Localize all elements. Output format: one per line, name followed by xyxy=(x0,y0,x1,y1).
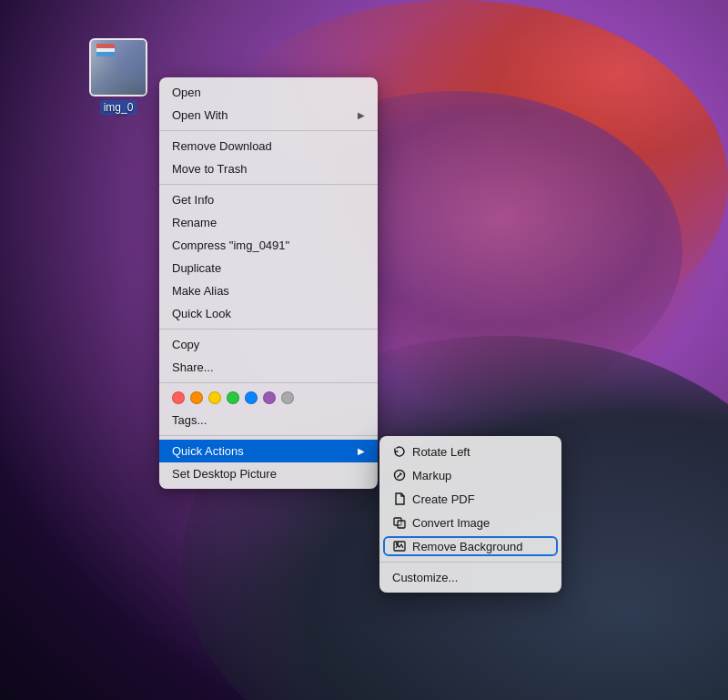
svg-rect-2 xyxy=(398,521,405,528)
menu-item-duplicate[interactable]: Duplicate xyxy=(159,257,378,279)
menu-item-open[interactable]: Open xyxy=(159,81,378,104)
tag-dot-green[interactable] xyxy=(227,391,239,404)
tag-dot-yellow[interactable] xyxy=(208,391,221,404)
menu-divider-4 xyxy=(159,382,378,383)
menu-item-remove-download[interactable]: Remove Download xyxy=(159,135,378,157)
svg-point-4 xyxy=(397,543,399,544)
convert-image-icon xyxy=(392,515,407,530)
menu-item-move-to-trash[interactable]: Move to Trash xyxy=(159,157,378,180)
tag-dot-blue[interactable] xyxy=(245,391,258,404)
menu-item-quick-look[interactable]: Quick Look xyxy=(159,302,378,325)
submenu-item-markup-content: Markup xyxy=(392,468,451,482)
submenu-arrow-icon: ▶ xyxy=(358,446,365,456)
submenu-divider xyxy=(379,562,561,563)
menu-item-tags[interactable]: Tags... xyxy=(159,409,378,431)
menu-divider-5 xyxy=(159,435,378,436)
markup-icon xyxy=(392,468,407,482)
submenu-item-convert-image[interactable]: Convert Image xyxy=(379,511,561,534)
tag-dot-gray[interactable] xyxy=(281,391,294,404)
submenu-item-create-pdf[interactable]: Create PDF xyxy=(379,487,561,511)
submenu-item-remove-background-content: Remove Background xyxy=(392,539,522,553)
submenu-item-rotate-left[interactable]: Rotate Left xyxy=(379,440,561,463)
create-pdf-icon xyxy=(392,492,407,506)
menu-item-share[interactable]: Share... xyxy=(159,356,378,379)
file-thumbnail xyxy=(89,38,147,96)
menu-item-quick-actions[interactable]: Quick Actions ▶ Rotate Left xyxy=(159,440,378,462)
submenu-item-rotate-left-content: Rotate Left xyxy=(392,444,470,459)
menu-item-set-desktop[interactable]: Set Desktop Picture xyxy=(159,462,378,485)
tag-dot-purple[interactable] xyxy=(263,391,276,404)
submenu-item-customize[interactable]: Customize... xyxy=(379,566,561,589)
menu-divider-1 xyxy=(159,130,378,131)
submenu-item-remove-background[interactable]: Remove Background xyxy=(379,534,561,558)
submenu-item-customize-content: Customize... xyxy=(392,571,458,584)
tag-dot-red[interactable] xyxy=(172,391,185,404)
menu-item-compress[interactable]: Compress "img_0491" xyxy=(159,234,378,257)
submenu-item-create-pdf-content: Create PDF xyxy=(392,492,475,506)
file-label: img_0 xyxy=(100,100,137,115)
remove-background-icon xyxy=(392,539,407,553)
menu-item-get-info[interactable]: Get Info xyxy=(159,188,378,211)
desktop-file-icon[interactable]: img_0 xyxy=(82,38,155,115)
arrow-icon: ▶ xyxy=(358,110,365,120)
rotate-left-icon xyxy=(392,444,407,459)
menu-divider-2 xyxy=(159,184,378,185)
tags-row[interactable] xyxy=(159,387,378,409)
submenu-item-markup[interactable]: Markup xyxy=(379,463,561,487)
menu-item-copy[interactable]: Copy xyxy=(159,333,378,356)
menu-item-make-alias[interactable]: Make Alias xyxy=(159,279,378,302)
tag-dot-orange[interactable] xyxy=(190,391,203,404)
quick-actions-submenu: Rotate Left Markup xyxy=(379,436,561,593)
submenu-item-convert-image-content: Convert Image xyxy=(392,515,490,530)
menu-item-open-with[interactable]: Open With ▶ xyxy=(159,104,378,127)
menu-divider-3 xyxy=(159,329,378,330)
context-menu: Open Open With ▶ Remove Download Move to… xyxy=(159,77,378,489)
menu-item-rename[interactable]: Rename xyxy=(159,211,378,234)
